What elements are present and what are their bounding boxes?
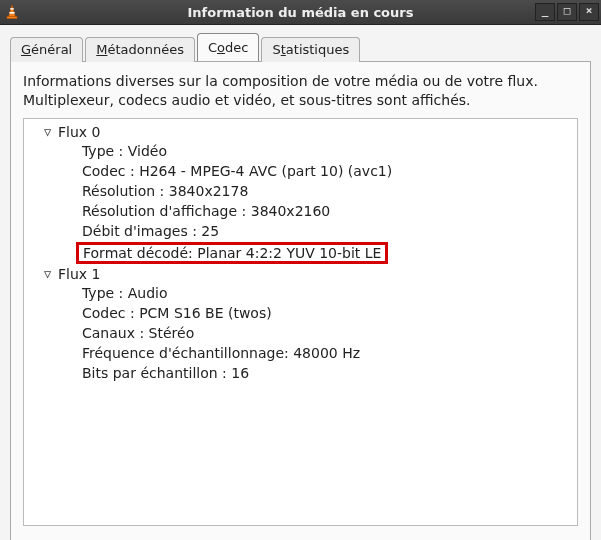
stream-property-row[interactable]: Débit d'images : 25: [82, 221, 571, 241]
window-controls: _ □ ×: [535, 3, 601, 21]
svg-rect-3: [7, 17, 17, 19]
stream-property-row[interactable]: Codec : PCM S16 BE (twos): [82, 304, 571, 324]
stream-property-text: Codec : H264 - MPEG-4 AVC (part 10) (avc…: [82, 163, 392, 179]
tabs-row: GénéralMétadonnéesCodecStatistiques: [0, 25, 601, 61]
tab-statistics[interactable]: Statistiques: [261, 37, 360, 62]
close-button[interactable]: ×: [579, 3, 599, 21]
stream-property-text: Résolution d'affichage : 3840x2160: [82, 203, 330, 219]
stream-property-text: Bits par échantillon : 16: [82, 365, 249, 381]
minimize-button[interactable]: _: [535, 3, 555, 21]
stream-property-text: Codec : PCM S16 BE (twos): [82, 305, 272, 321]
maximize-button[interactable]: □: [557, 3, 577, 21]
disclosure-triangle-icon[interactable]: ▽: [44, 124, 54, 140]
stream-name: Flux 1: [58, 265, 100, 284]
stream-children: Type : AudioCodec : PCM S16 BE (twos)Can…: [82, 284, 571, 383]
stream-property-text: Type : Vidéo: [82, 143, 167, 159]
stream-node: ▽Flux 1Type : AudioCodec : PCM S16 BE (t…: [44, 265, 571, 383]
media-info-window: Information du média en cours _ □ × Géné…: [0, 0, 601, 540]
stream-property-row[interactable]: Fréquence d'échantillonnage: 48000 Hz: [82, 343, 571, 363]
stream-property-text: Débit d'images : 25: [82, 223, 219, 239]
stream-property-text: Format décodé: Planar 4:2:2 YUV 10-bit L…: [76, 242, 388, 265]
svg-marker-0: [9, 5, 16, 17]
stream-property-row[interactable]: Résolution d'affichage : 3840x2160: [82, 201, 571, 221]
stream-property-text: Canaux : Stéréo: [82, 325, 194, 341]
stream-property-row[interactable]: Résolution : 3840x2178: [82, 181, 571, 201]
stream-property-row[interactable]: Codec : H264 - MPEG-4 AVC (part 10) (avc…: [82, 162, 571, 182]
stream-property-row[interactable]: Bits par échantillon : 16: [82, 363, 571, 383]
stream-tree[interactable]: ▽Flux 0Type : VidéoCodec : H264 - MPEG-4…: [23, 118, 578, 526]
titlebar: Information du média en cours _ □ ×: [0, 0, 601, 25]
stream-header[interactable]: ▽Flux 0: [44, 123, 571, 142]
codec-panel: Informations diverses sur la composition…: [10, 61, 591, 540]
stream-property-row[interactable]: Type : Audio: [82, 284, 571, 304]
stream-property-text: Fréquence d'échantillonnage: 48000 Hz: [82, 345, 360, 361]
stream-name: Flux 0: [58, 123, 100, 142]
tab-metadata[interactable]: Métadonnées: [85, 37, 195, 62]
svg-rect-1: [10, 8, 14, 9]
tab-codec[interactable]: Codec: [197, 33, 259, 61]
tab-general[interactable]: Général: [10, 37, 83, 62]
stream-children: Type : VidéoCodec : H264 - MPEG-4 AVC (p…: [82, 142, 571, 265]
stream-node: ▽Flux 0Type : VidéoCodec : H264 - MPEG-4…: [44, 123, 571, 265]
app-icon: [0, 0, 24, 24]
stream-property-row[interactable]: Type : Vidéo: [82, 142, 571, 162]
disclosure-triangle-icon[interactable]: ▽: [44, 266, 54, 282]
stream-property-row[interactable]: Format décodé: Planar 4:2:2 YUV 10-bit L…: [82, 241, 571, 265]
window-title: Information du média en cours: [0, 5, 601, 20]
panel-description: Informations diverses sur la composition…: [23, 72, 578, 110]
stream-header[interactable]: ▽Flux 1: [44, 265, 571, 284]
svg-rect-2: [9, 12, 14, 14]
stream-property-text: Résolution : 3840x2178: [82, 183, 248, 199]
stream-property-text: Type : Audio: [82, 285, 168, 301]
stream-property-row[interactable]: Canaux : Stéréo: [82, 324, 571, 344]
